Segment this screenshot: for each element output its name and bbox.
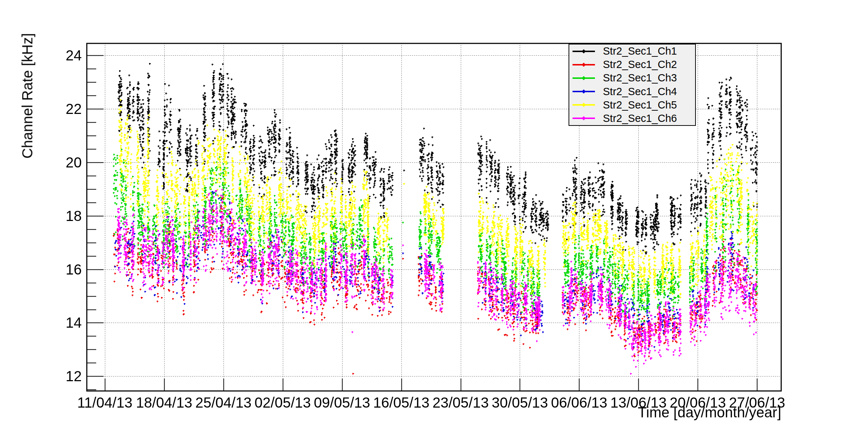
x-tick-label: 06/06/13 bbox=[551, 395, 608, 410]
legend-marker-icon bbox=[582, 49, 586, 53]
y-tick-label: 24 bbox=[66, 48, 82, 63]
legend-marker-icon bbox=[582, 63, 586, 67]
y-tick-label: 14 bbox=[66, 315, 82, 330]
y-axis-title: Channel Rate [kHz] bbox=[20, 33, 36, 159]
legend: Str2_Sec1_Ch1Str2_Sec1_Ch2Str2_Sec1_Ch3S… bbox=[569, 44, 696, 126]
x-tick-label: 13/06/13 bbox=[610, 395, 667, 410]
legend-entry: Str2_Sec1_Ch2 bbox=[569, 58, 695, 71]
scatter-plot-canvas bbox=[0, 0, 868, 434]
legend-entry: Str2_Sec1_Ch6 bbox=[569, 112, 695, 125]
x-tick-label: 20/06/13 bbox=[669, 395, 726, 410]
legend-entry-label: Str2_Sec1_Ch1 bbox=[603, 45, 677, 57]
legend-line-swatch bbox=[573, 64, 595, 65]
y-tick-label: 12 bbox=[66, 369, 82, 384]
legend-line-swatch bbox=[573, 104, 595, 106]
x-tick-label: 09/05/13 bbox=[314, 395, 370, 410]
legend-entry-label: Str2_Sec1_Ch5 bbox=[603, 99, 677, 111]
legend-line-swatch bbox=[573, 91, 595, 92]
chart-figure: Channel Rate [kHz] Time [day/month/year]… bbox=[0, 0, 868, 434]
x-tick-label: 23/05/13 bbox=[433, 395, 489, 410]
legend-entry: Str2_Sec1_Ch3 bbox=[569, 71, 695, 85]
x-tick-label: 16/05/13 bbox=[373, 395, 430, 410]
x-tick-label: 27/06/13 bbox=[729, 395, 785, 410]
legend-line-swatch bbox=[573, 118, 595, 119]
legend-entry: Str2_Sec1_Ch1 bbox=[569, 44, 695, 58]
legend-marker-icon bbox=[582, 76, 586, 80]
legend-marker-icon bbox=[582, 89, 586, 93]
y-tick-label: 22 bbox=[66, 101, 82, 116]
legend-entry: Str2_Sec1_Ch5 bbox=[569, 98, 695, 112]
legend-entry-label: Str2_Sec1_Ch3 bbox=[603, 72, 677, 84]
legend-entry-label: Str2_Sec1_Ch2 bbox=[603, 59, 677, 71]
x-tick-label: 18/04/13 bbox=[136, 395, 192, 410]
legend-entry: Str2_Sec1_Ch4 bbox=[569, 85, 695, 98]
y-tick-label: 20 bbox=[66, 155, 82, 170]
x-tick-label: 11/04/13 bbox=[77, 395, 133, 410]
legend-entry-label: Str2_Sec1_Ch4 bbox=[603, 86, 677, 98]
y-tick-label: 18 bbox=[66, 208, 82, 224]
x-tick-label: 30/05/13 bbox=[492, 395, 548, 410]
legend-line-swatch bbox=[573, 77, 595, 79]
x-tick-label: 25/04/13 bbox=[195, 395, 252, 410]
legend-entry-label: Str2_Sec1_Ch6 bbox=[603, 112, 677, 124]
legend-marker-icon bbox=[582, 116, 586, 120]
x-tick-label: 02/05/13 bbox=[255, 395, 311, 410]
legend-line-swatch bbox=[573, 51, 595, 52]
y-tick-label: 16 bbox=[66, 262, 82, 277]
legend-marker-icon bbox=[582, 103, 586, 107]
